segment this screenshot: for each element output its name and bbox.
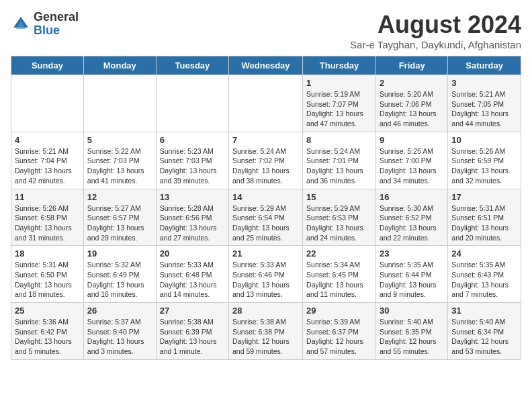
- day-number: 2: [380, 78, 444, 88]
- calendar-cell: 3Sunrise: 5:21 AM Sunset: 7:05 PM Daylig…: [448, 75, 521, 132]
- day-number: 25: [15, 306, 80, 316]
- day-info: Sunrise: 5:26 AM Sunset: 6:58 PM Dayligh…: [15, 203, 80, 243]
- calendar-cell: 9Sunrise: 5:25 AM Sunset: 7:00 PM Daylig…: [375, 132, 447, 189]
- day-number: 30: [380, 306, 444, 316]
- calendar-cell: 1Sunrise: 5:19 AM Sunset: 7:07 PM Daylig…: [303, 75, 376, 132]
- day-info: Sunrise: 5:34 AM Sunset: 6:45 PM Dayligh…: [306, 260, 372, 300]
- day-number: 8: [306, 135, 372, 145]
- day-number: 10: [451, 135, 517, 145]
- day-info: Sunrise: 5:40 AM Sunset: 6:35 PM Dayligh…: [380, 317, 444, 357]
- day-number: 22: [306, 248, 372, 259]
- calendar-cell: 15Sunrise: 5:29 AM Sunset: 6:53 PM Dayli…: [303, 189, 376, 246]
- day-info: Sunrise: 5:21 AM Sunset: 7:05 PM Dayligh…: [451, 89, 517, 129]
- logo: General Blue: [11, 11, 79, 38]
- calendar-table: SundayMondayTuesdayWednesdayThursdayFrid…: [11, 56, 521, 360]
- month-title: August 2024: [350, 11, 521, 39]
- day-info: Sunrise: 5:36 AM Sunset: 6:42 PM Dayligh…: [15, 317, 80, 357]
- day-number: 28: [232, 306, 299, 316]
- page-header: General Blue August 2024 Sar-e Tayghan, …: [11, 11, 521, 50]
- calendar-cell: 22Sunrise: 5:34 AM Sunset: 6:45 PM Dayli…: [303, 246, 376, 303]
- day-number: 16: [380, 192, 444, 202]
- calendar-cell: 2Sunrise: 5:20 AM Sunset: 7:06 PM Daylig…: [375, 75, 447, 132]
- day-info: Sunrise: 5:38 AM Sunset: 6:38 PM Dayligh…: [232, 317, 299, 357]
- day-number: 6: [160, 135, 225, 145]
- header-row: SundayMondayTuesdayWednesdayThursdayFrid…: [11, 56, 521, 75]
- calendar-cell: 6Sunrise: 5:23 AM Sunset: 7:03 PM Daylig…: [156, 132, 228, 189]
- day-number: 24: [451, 248, 517, 259]
- week-row-3: 11Sunrise: 5:26 AM Sunset: 6:58 PM Dayli…: [11, 189, 521, 246]
- day-number: 26: [87, 306, 152, 316]
- calendar-cell: [11, 75, 84, 132]
- logo-text: General Blue: [34, 11, 79, 38]
- header-tuesday: Tuesday: [156, 56, 228, 75]
- day-info: Sunrise: 5:33 AM Sunset: 6:48 PM Dayligh…: [160, 260, 225, 300]
- logo-icon: [11, 14, 31, 34]
- day-number: 11: [15, 192, 80, 202]
- calendar-cell: 24Sunrise: 5:35 AM Sunset: 6:43 PM Dayli…: [448, 246, 521, 303]
- day-number: 21: [232, 248, 299, 259]
- day-info: Sunrise: 5:37 AM Sunset: 6:40 PM Dayligh…: [87, 317, 152, 357]
- calendar-cell: 25Sunrise: 5:36 AM Sunset: 6:42 PM Dayli…: [11, 303, 84, 360]
- calendar-cell: 7Sunrise: 5:24 AM Sunset: 7:02 PM Daylig…: [229, 132, 303, 189]
- calendar-cell: 14Sunrise: 5:29 AM Sunset: 6:54 PM Dayli…: [229, 189, 303, 246]
- day-info: Sunrise: 5:24 AM Sunset: 7:02 PM Dayligh…: [232, 146, 299, 186]
- day-info: Sunrise: 5:28 AM Sunset: 6:56 PM Dayligh…: [160, 203, 225, 243]
- day-number: 23: [380, 248, 444, 259]
- calendar-cell: 10Sunrise: 5:26 AM Sunset: 6:59 PM Dayli…: [448, 132, 521, 189]
- day-number: 7: [232, 135, 299, 145]
- calendar-cell: 31Sunrise: 5:40 AM Sunset: 6:34 PM Dayli…: [448, 303, 521, 360]
- day-number: 3: [451, 78, 517, 88]
- day-info: Sunrise: 5:27 AM Sunset: 6:57 PM Dayligh…: [87, 203, 152, 243]
- calendar-header: SundayMondayTuesdayWednesdayThursdayFrid…: [11, 56, 521, 75]
- logo-blue: Blue: [34, 24, 79, 38]
- header-saturday: Saturday: [448, 56, 521, 75]
- day-info: Sunrise: 5:32 AM Sunset: 6:49 PM Dayligh…: [87, 260, 152, 300]
- day-number: 5: [87, 135, 152, 145]
- day-number: 27: [160, 306, 225, 316]
- calendar-cell: 28Sunrise: 5:38 AM Sunset: 6:38 PM Dayli…: [229, 303, 303, 360]
- calendar-cell: 21Sunrise: 5:33 AM Sunset: 6:46 PM Dayli…: [229, 246, 303, 303]
- header-thursday: Thursday: [303, 56, 376, 75]
- day-number: 4: [15, 135, 80, 145]
- day-info: Sunrise: 5:31 AM Sunset: 6:50 PM Dayligh…: [15, 260, 80, 300]
- day-info: Sunrise: 5:35 AM Sunset: 6:43 PM Dayligh…: [451, 260, 517, 300]
- calendar-cell: 19Sunrise: 5:32 AM Sunset: 6:49 PM Dayli…: [83, 246, 156, 303]
- day-info: Sunrise: 5:22 AM Sunset: 7:03 PM Dayligh…: [87, 146, 152, 186]
- day-info: Sunrise: 5:19 AM Sunset: 7:07 PM Dayligh…: [306, 89, 372, 129]
- day-number: 1: [306, 78, 372, 88]
- day-number: 14: [232, 192, 299, 202]
- day-info: Sunrise: 5:29 AM Sunset: 6:54 PM Dayligh…: [232, 203, 299, 243]
- calendar-cell: 17Sunrise: 5:31 AM Sunset: 6:51 PM Dayli…: [448, 189, 521, 246]
- calendar-cell: 5Sunrise: 5:22 AM Sunset: 7:03 PM Daylig…: [83, 132, 156, 189]
- day-number: 9: [380, 135, 444, 145]
- calendar-cell: 8Sunrise: 5:24 AM Sunset: 7:01 PM Daylig…: [303, 132, 376, 189]
- day-info: Sunrise: 5:23 AM Sunset: 7:03 PM Dayligh…: [160, 146, 225, 186]
- calendar-body: 1Sunrise: 5:19 AM Sunset: 7:07 PM Daylig…: [11, 75, 521, 360]
- calendar-cell: 20Sunrise: 5:33 AM Sunset: 6:48 PM Dayli…: [156, 246, 228, 303]
- day-info: Sunrise: 5:24 AM Sunset: 7:01 PM Dayligh…: [306, 146, 372, 186]
- header-sunday: Sunday: [11, 56, 84, 75]
- day-info: Sunrise: 5:29 AM Sunset: 6:53 PM Dayligh…: [306, 203, 372, 243]
- day-info: Sunrise: 5:25 AM Sunset: 7:00 PM Dayligh…: [380, 146, 444, 186]
- calendar-cell: 16Sunrise: 5:30 AM Sunset: 6:52 PM Dayli…: [375, 189, 447, 246]
- day-number: 12: [87, 192, 152, 202]
- calendar-cell: 26Sunrise: 5:37 AM Sunset: 6:40 PM Dayli…: [83, 303, 156, 360]
- week-row-5: 25Sunrise: 5:36 AM Sunset: 6:42 PM Dayli…: [11, 303, 521, 360]
- day-number: 18: [15, 248, 80, 259]
- day-info: Sunrise: 5:35 AM Sunset: 6:44 PM Dayligh…: [380, 260, 444, 300]
- day-number: 17: [451, 192, 517, 202]
- day-number: 31: [451, 306, 517, 316]
- header-wednesday: Wednesday: [229, 56, 303, 75]
- day-info: Sunrise: 5:20 AM Sunset: 7:06 PM Dayligh…: [380, 89, 444, 129]
- calendar-cell: 18Sunrise: 5:31 AM Sunset: 6:50 PM Dayli…: [11, 246, 84, 303]
- day-info: Sunrise: 5:39 AM Sunset: 6:37 PM Dayligh…: [306, 317, 372, 357]
- calendar-cell: 12Sunrise: 5:27 AM Sunset: 6:57 PM Dayli…: [83, 189, 156, 246]
- week-row-1: 1Sunrise: 5:19 AM Sunset: 7:07 PM Daylig…: [11, 75, 521, 132]
- title-block: August 2024 Sar-e Tayghan, Daykundi, Afg…: [350, 11, 521, 50]
- calendar-cell: 4Sunrise: 5:21 AM Sunset: 7:04 PM Daylig…: [11, 132, 84, 189]
- week-row-4: 18Sunrise: 5:31 AM Sunset: 6:50 PM Dayli…: [11, 246, 521, 303]
- day-number: 19: [87, 248, 152, 259]
- day-number: 20: [160, 248, 225, 259]
- day-number: 13: [160, 192, 225, 202]
- calendar-cell: 27Sunrise: 5:38 AM Sunset: 6:39 PM Dayli…: [156, 303, 228, 360]
